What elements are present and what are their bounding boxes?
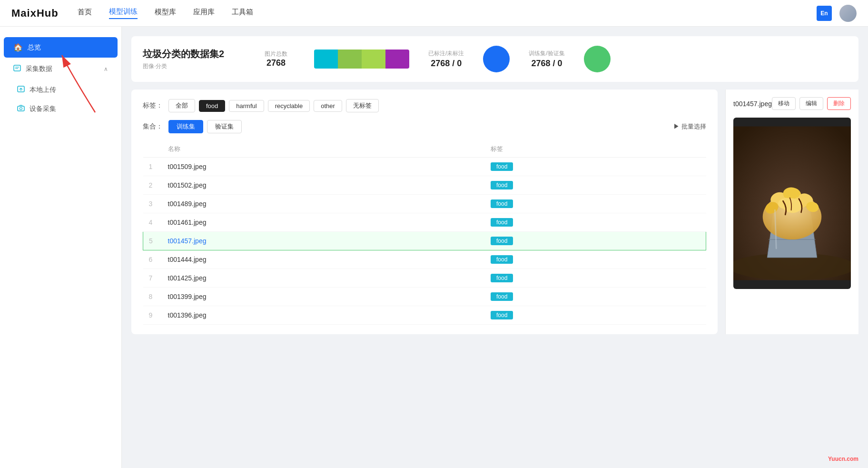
- nav-home[interactable]: 首页: [78, 8, 92, 19]
- logo: MaixHub: [11, 7, 59, 20]
- file-name[interactable]: t001396.jpeg: [162, 306, 485, 325]
- dataset-title-block: 垃圾分类的数据集2 图像·分类: [143, 48, 238, 70]
- tags-row: 标签： 全部 food harmful recyclable other 无标签: [143, 99, 706, 112]
- file-name[interactable]: t001444.jpeg: [162, 250, 485, 269]
- file-tag: food: [485, 288, 706, 306]
- sidebar-item-overview[interactable]: 🏠 总览: [4, 37, 118, 58]
- file-name[interactable]: t001509.jpeg: [162, 158, 485, 176]
- tag-badge: food: [491, 311, 513, 319]
- sidebar-label-local-upload: 本地上传: [30, 86, 56, 94]
- set-row: 集合： 训练集 验证集 ▶ 批量选择: [143, 120, 706, 133]
- table-row[interactable]: 9t001396.jpegfood: [143, 306, 706, 325]
- file-name[interactable]: t001502.jpeg: [162, 176, 485, 195]
- nav-app-library[interactable]: 应用库: [193, 8, 215, 19]
- file-name[interactable]: t001457.jpeg: [162, 232, 485, 250]
- nav-toolbox[interactable]: 工具箱: [232, 8, 253, 19]
- tag-no-label[interactable]: 无标签: [346, 99, 379, 112]
- tag-recyclable[interactable]: recyclable: [268, 100, 310, 112]
- svg-rect-0: [14, 65, 20, 71]
- annotated-circle: [483, 46, 510, 72]
- svg-rect-5: [18, 106, 24, 111]
- table-row[interactable]: 8t001399.jpegfood: [143, 288, 706, 306]
- row-number: 4: [143, 213, 162, 232]
- action-buttons: 移动 编辑 删除: [772, 97, 851, 110]
- tag-other[interactable]: other: [314, 100, 342, 112]
- split-circle: [584, 46, 611, 72]
- file-tag: food: [485, 158, 706, 176]
- row-number: 1: [143, 158, 162, 176]
- table-row[interactable]: 2t001502.jpegfood: [143, 176, 706, 195]
- edit-button[interactable]: 编辑: [799, 97, 823, 110]
- row-number: 9: [143, 306, 162, 325]
- file-tag: food: [485, 269, 706, 288]
- set-validate[interactable]: 验证集: [207, 120, 242, 133]
- table-row[interactable]: 7t001425.jpegfood: [143, 269, 706, 288]
- tag-badge: food: [491, 292, 513, 301]
- sidebar-item-local-upload[interactable]: 本地上传: [8, 80, 121, 100]
- table-row[interactable]: 5t001457.jpegfood: [143, 232, 706, 250]
- total-images-label: 图片总数: [265, 50, 287, 58]
- color-bar-4: [385, 50, 409, 69]
- translate-button[interactable]: En: [817, 6, 832, 21]
- preview-image: [733, 118, 851, 289]
- file-table: 名称 标签 1t001509.jpegfood2t001502.jpegfood…: [143, 141, 706, 325]
- sidebar-label-overview: 总览: [28, 43, 41, 52]
- avatar[interactable]: [839, 5, 857, 22]
- tag-badge: food: [491, 162, 513, 171]
- file-name[interactable]: t001489.jpeg: [162, 195, 485, 213]
- batch-select-btn[interactable]: ▶ 批量选择: [673, 122, 706, 131]
- header: MaixHub 首页 模型训练 模型库 应用库 工具箱 En: [0, 0, 868, 27]
- header-right: En: [817, 5, 857, 22]
- table-row[interactable]: 3t001489.jpegfood: [143, 195, 706, 213]
- main-left: 标签： 全部 food harmful recyclable other 无标签…: [131, 90, 718, 334]
- delete-button[interactable]: 删除: [827, 97, 851, 110]
- sidebar-label-collect-data: 采集数据: [26, 65, 52, 73]
- file-tag: food: [485, 195, 706, 213]
- tag-badge: food: [491, 274, 513, 282]
- total-images-value: 2768: [266, 58, 286, 68]
- watermark: Yuucn.com: [828, 456, 858, 462]
- row-number: 2: [143, 176, 162, 195]
- file-name[interactable]: t001399.jpeg: [162, 288, 485, 306]
- set-train[interactable]: 训练集: [168, 120, 203, 133]
- tag-food[interactable]: food: [199, 100, 225, 112]
- main-flex: 标签： 全部 food harmful recyclable other 无标签…: [131, 90, 858, 334]
- svg-point-6: [20, 108, 22, 110]
- color-bar-2: [338, 50, 362, 69]
- main-content: 垃圾分类的数据集2 图像·分类 图片总数 2768 已标注/未标注 2768 /…: [122, 27, 868, 468]
- file-tag: food: [485, 250, 706, 269]
- split-value: 2768 / 0: [531, 59, 562, 69]
- sidebar-item-collect-data[interactable]: 采集数据 ∧: [4, 59, 118, 80]
- nav-model-library[interactable]: 模型库: [155, 8, 176, 19]
- table-row[interactable]: 4t001461.jpegfood: [143, 213, 706, 232]
- row-number: 7: [143, 269, 162, 288]
- tag-badge: food: [491, 255, 513, 264]
- logo-text: MaixHub: [11, 7, 59, 19]
- sidebar-submenu: 本地上传 设备采集: [0, 80, 121, 119]
- move-button[interactable]: 移动: [772, 97, 796, 110]
- table-row[interactable]: 1t001509.jpegfood: [143, 158, 706, 176]
- upload-icon: [17, 85, 25, 95]
- annotated-value: 2768 / 0: [431, 59, 462, 69]
- col-tag-header: 标签: [485, 141, 706, 158]
- layout: 🏠 总览 采集数据 ∧: [0, 27, 868, 468]
- image-preview: [733, 118, 851, 289]
- content-card: 标签： 全部 food harmful recyclable other 无标签…: [131, 90, 718, 334]
- sidebar-item-device-capture[interactable]: 设备采集: [8, 100, 121, 119]
- row-number: 8: [143, 288, 162, 306]
- tags-label: 标签：: [143, 101, 163, 110]
- file-tag: food: [485, 176, 706, 195]
- file-name[interactable]: t001425.jpeg: [162, 269, 485, 288]
- split-label: 训练集/验证集: [529, 50, 564, 58]
- collect-data-icon: [13, 64, 21, 74]
- dataset-subtitle: 图像·分类: [143, 62, 238, 70]
- total-images-stat: 图片总数 2768: [257, 50, 295, 68]
- main-nav: 首页 模型训练 模型库 应用库 工具箱: [78, 7, 253, 19]
- nav-model-train[interactable]: 模型训练: [109, 7, 138, 19]
- table-row[interactable]: 6t001444.jpegfood: [143, 250, 706, 269]
- set-label: 集合：: [143, 122, 163, 131]
- tag-harmful[interactable]: harmful: [229, 100, 264, 112]
- tag-all[interactable]: 全部: [168, 99, 195, 112]
- file-name[interactable]: t001461.jpeg: [162, 213, 485, 232]
- camera-icon: [17, 104, 25, 114]
